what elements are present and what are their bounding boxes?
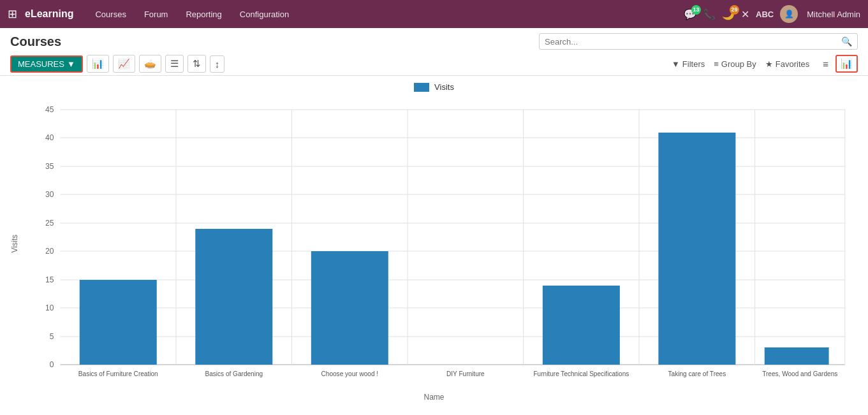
y-axis-label: Visits: [10, 235, 19, 252]
user-name: Mitchell Admin: [807, 10, 860, 19]
groupby-label: Group By: [721, 59, 756, 69]
svg-text:Trees, Wood and Gardens: Trees, Wood and Gardens: [762, 370, 837, 377]
line-chart-icon: 📈: [118, 58, 130, 69]
phone-icon[interactable]: 📞: [703, 8, 716, 20]
svg-text:30: 30: [45, 190, 54, 199]
asc-sort-button[interactable]: ⇅: [188, 55, 206, 73]
top-nav: ⊞ eLearning Courses Forum Reporting Conf…: [0, 0, 868, 28]
desc-sort-button[interactable]: ↕: [210, 55, 225, 73]
chart-svg: 45 40 35 30 25 20 15 10 5 0: [22, 97, 858, 390]
measures-label: MEASURES: [18, 59, 64, 69]
svg-text:20: 20: [45, 247, 54, 256]
desc-sort-icon: ↕: [215, 59, 220, 69]
chart-view-button[interactable]: 📊: [835, 55, 858, 73]
close-icon[interactable]: ✕: [741, 8, 749, 20]
favorites-label: Favorites: [776, 59, 809, 69]
bar-chart-button[interactable]: 📊: [87, 55, 109, 73]
stack-icon: ☰: [170, 58, 179, 69]
search-input[interactable]: [545, 37, 841, 47]
svg-text:5: 5: [50, 332, 54, 341]
pie-chart-icon: 🥧: [144, 58, 156, 69]
svg-text:25: 25: [45, 219, 54, 228]
bar-6: [658, 133, 735, 365]
bar-7: [765, 347, 829, 365]
view-icons: ≡ 📊: [818, 55, 858, 73]
search-bar[interactable]: 🔍: [539, 33, 858, 50]
svg-text:Basics of Gardening: Basics of Gardening: [205, 370, 263, 377]
measures-button[interactable]: MEASURES ▼: [10, 55, 83, 73]
svg-text:0: 0: [50, 360, 54, 369]
filters-label: Filters: [682, 59, 705, 69]
asc-sort-icon: ⇅: [193, 58, 201, 69]
top-nav-icons: 💬 13 📞 🌙 29 ✕ ABC 👤 Mitchell Admin: [684, 5, 860, 23]
svg-text:35: 35: [45, 162, 54, 171]
brand-name: eLearning: [25, 8, 73, 20]
svg-text:45: 45: [45, 105, 54, 114]
clock-icon-badge[interactable]: 🌙 29: [722, 8, 735, 20]
page-header: Courses 🔍: [0, 28, 868, 52]
bar-1: [80, 280, 157, 365]
chart-area: Visits Visits 45 40 35 30 25 20: [0, 76, 868, 408]
filters-button[interactable]: ▼ Filters: [672, 59, 705, 69]
toolbar: MEASURES ▼ 📊 📈 🥧 ☰ ⇅ ↕ ▼ Filters ≡ Group…: [0, 52, 868, 76]
x-axis-label: Name: [10, 393, 858, 402]
stack-button[interactable]: ☰: [165, 55, 184, 73]
bar-3: [311, 251, 388, 365]
groupby-icon: ≡: [714, 59, 719, 69]
svg-text:Furniture Technical Specificat: Furniture Technical Specifications: [533, 370, 629, 377]
list-view-button[interactable]: ≡: [818, 56, 833, 72]
nav-forum[interactable]: Forum: [138, 10, 175, 19]
bar-2: [195, 229, 272, 365]
page-title: Courses: [10, 34, 61, 49]
messages-icon-badge[interactable]: 💬 13: [684, 8, 696, 20]
svg-text:Basics of Furniture Creation: Basics of Furniture Creation: [78, 370, 158, 377]
avatar: 👤: [780, 5, 798, 23]
legend-color-visits: [414, 83, 429, 92]
svg-text:Taking care of Trees: Taking care of Trees: [668, 370, 726, 377]
svg-text:10: 10: [45, 303, 54, 312]
messages-badge: 13: [691, 5, 701, 15]
nav-courses[interactable]: Courses: [89, 10, 132, 19]
legend-label-visits: Visits: [434, 82, 454, 92]
chart-legend: Visits: [10, 82, 858, 92]
svg-text:40: 40: [45, 133, 54, 142]
svg-text:Choose your wood !: Choose your wood !: [321, 370, 379, 377]
pie-chart-button[interactable]: 🥧: [139, 55, 161, 73]
nav-configuration[interactable]: Configuration: [233, 10, 295, 19]
filter-icon: ▼: [672, 59, 680, 69]
svg-text:15: 15: [45, 275, 54, 284]
bar-chart-icon: 📊: [92, 58, 104, 69]
clock-badge: 29: [730, 5, 739, 15]
line-chart-button[interactable]: 📈: [113, 55, 135, 73]
bar-5: [543, 286, 620, 365]
chart-container: 45 40 35 30 25 20 15 10 5 0: [22, 97, 858, 390]
groupby-button[interactable]: ≡ Group By: [714, 59, 756, 69]
favorites-button[interactable]: ★ Favorites: [765, 59, 809, 69]
nav-reporting[interactable]: Reporting: [179, 10, 228, 19]
search-icon: 🔍: [841, 36, 852, 47]
favorites-icon: ★: [765, 59, 773, 69]
measures-dropdown-icon: ▼: [67, 59, 75, 69]
svg-text:DIY Furniture: DIY Furniture: [446, 370, 485, 377]
app-grid-icon[interactable]: ⊞: [8, 7, 17, 21]
filter-group: ▼ Filters ≡ Group By ★ Favorites: [672, 59, 809, 69]
abc-label: ABC: [756, 10, 774, 19]
